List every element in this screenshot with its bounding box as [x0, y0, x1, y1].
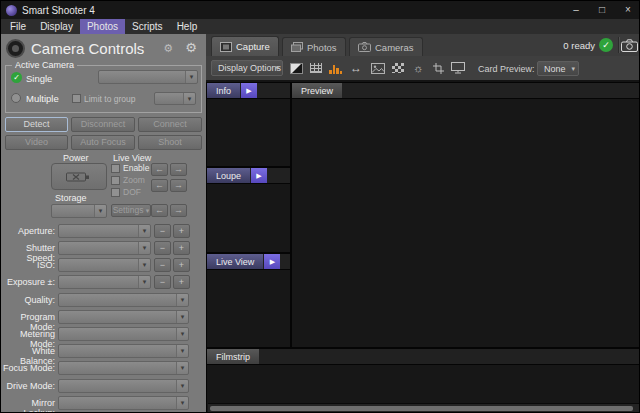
metering-mode-select[interactable]: ▾	[58, 327, 189, 341]
exposure-select[interactable]: ▾	[58, 275, 151, 289]
status-ok-icon: ✓	[599, 38, 613, 52]
chevron-down-icon: ▾	[146, 207, 150, 214]
fit-width-icon[interactable]: ↔	[347, 60, 365, 76]
focus-mode-label: Focus Mode:	[1, 363, 55, 373]
gear-icon[interactable]: ⚙	[163, 42, 173, 55]
increment-button[interactable]: +	[173, 224, 190, 238]
program-mode-select[interactable]: ▾	[58, 310, 189, 324]
loupe-panel: Loupe ▶	[206, 167, 291, 253]
auto-focus-button[interactable]: Auto Focus	[71, 135, 135, 150]
increment-button[interactable]: +	[173, 241, 190, 255]
chevron-down-icon: ▾	[185, 71, 197, 83]
left-arrow-button[interactable]: ←	[151, 163, 168, 176]
photos-tab-icon	[291, 42, 303, 52]
tab-capture[interactable]: Capture	[211, 36, 279, 56]
battery-status	[51, 163, 107, 190]
minimize-button[interactable]: –	[563, 1, 589, 19]
disconnect-button[interactable]: Disconnect	[71, 117, 135, 132]
filmstrip-scrollbar[interactable]	[208, 403, 639, 412]
play-icon[interactable]: ▶	[264, 254, 280, 269]
panel-title: Camera Controls	[31, 40, 144, 57]
decrement-button[interactable]: −	[154, 275, 171, 289]
multiple-radio-label[interactable]: Multiple	[26, 93, 59, 104]
grid-icon[interactable]	[307, 60, 325, 76]
decrement-button[interactable]: −	[154, 224, 171, 238]
crop-icon[interactable]	[429, 60, 447, 76]
filmstrip-panel-tab[interactable]: Filmstrip	[207, 349, 259, 364]
display-options-dropdown[interactable]: Display Options ▾	[211, 60, 283, 76]
info-panel-tab[interactable]: Info	[207, 83, 240, 98]
storage-select[interactable]: ▾	[51, 204, 107, 218]
menu-file[interactable]: File	[3, 19, 33, 34]
monitor-icon[interactable]	[449, 60, 467, 76]
connect-button[interactable]: Connect	[138, 117, 202, 132]
zoom-checkbox[interactable]	[111, 176, 120, 185]
right-arrow-button[interactable]: →	[170, 179, 187, 192]
play-icon[interactable]: ▶	[251, 168, 267, 183]
focus-mode-select[interactable]: ▾	[58, 361, 189, 375]
histogram-icon[interactable]	[327, 60, 345, 76]
right-arrow-button[interactable]: →	[170, 204, 187, 217]
chevron-down-icon: ▾	[94, 205, 106, 217]
close-button[interactable]: ×	[615, 1, 640, 19]
chevron-down-icon: ▾	[138, 259, 150, 271]
camera-icon[interactable]	[620, 38, 638, 52]
shoot-button[interactable]: Shoot	[138, 135, 202, 150]
menu-help[interactable]: Help	[170, 19, 205, 34]
group-select[interactable]: ▾	[154, 92, 196, 105]
single-selected-check-icon[interactable]: ✓	[11, 72, 22, 83]
aperture-select[interactable]: ▾	[58, 224, 151, 238]
enable-checkbox[interactable]	[111, 164, 120, 173]
settings-button[interactable]: Settings ▾	[111, 204, 151, 217]
drive-mode-select[interactable]: ▾	[58, 379, 189, 393]
multiple-radio[interactable]	[11, 93, 21, 103]
live-view-panel-tab[interactable]: Live View	[207, 254, 263, 269]
menu-scripts[interactable]: Scripts	[125, 19, 170, 34]
loupe-panel-tab[interactable]: Loupe	[207, 168, 250, 183]
card-preview-value: None	[544, 64, 566, 74]
card-preview-label: Card Preview:	[478, 64, 535, 74]
param-row: ISO: ▾ − +	[1, 258, 206, 274]
live-view-panel-header: Live View ▶	[207, 254, 290, 270]
aperture-label: Aperture:	[1, 226, 55, 236]
decrement-button[interactable]: −	[154, 258, 171, 272]
display-options-label: Display Options	[218, 63, 281, 73]
detect-button[interactable]: Detect	[5, 117, 68, 132]
tab-photos[interactable]: Photos	[282, 37, 346, 56]
decrement-button[interactable]: −	[154, 241, 171, 255]
checkerboard-icon[interactable]	[389, 60, 407, 76]
gear-icon[interactable]: ⚙	[185, 40, 197, 55]
single-camera-select[interactable]: ▾	[98, 70, 198, 84]
single-radio-label[interactable]: Single	[26, 73, 52, 84]
video-button[interactable]: Video	[5, 135, 68, 150]
mirror-lockup-select[interactable]: ▾	[58, 396, 189, 410]
increment-button[interactable]: +	[173, 275, 190, 289]
filmstrip-panel: Filmstrip	[206, 348, 640, 413]
param-row: White Balance: ▾	[1, 344, 206, 360]
right-arrow-button[interactable]: →	[170, 163, 187, 176]
card-preview-select[interactable]: None ▾	[537, 61, 579, 76]
left-arrow-button[interactable]: ←	[151, 204, 168, 217]
menu-photos[interactable]: Photos	[80, 19, 125, 34]
contrast-icon[interactable]	[287, 60, 305, 76]
left-arrow-button[interactable]: ←	[151, 179, 168, 192]
exposure-label: Exposure ±:	[1, 277, 55, 287]
preview-panel-tab[interactable]: Preview	[292, 83, 342, 98]
shutter-speed-select[interactable]: ▾	[58, 241, 151, 255]
dof-checkbox[interactable]	[111, 188, 120, 197]
menu-display[interactable]: Display	[33, 19, 80, 34]
limit-to-group-checkbox[interactable]	[72, 94, 81, 103]
white-balance-select[interactable]: ▾	[58, 344, 189, 358]
play-icon[interactable]: ▶	[241, 83, 257, 98]
maximize-button[interactable]: □	[589, 1, 615, 19]
chevron-down-icon: ▾	[138, 225, 150, 237]
brightness-icon[interactable]: ☼	[409, 60, 427, 76]
image-icon[interactable]	[369, 60, 387, 76]
iso-select[interactable]: ▾	[58, 258, 151, 272]
window-controls: – □ ×	[563, 1, 640, 19]
quality-select[interactable]: ▾	[58, 293, 189, 307]
filmstrip-scrollbar-thumb[interactable]	[210, 406, 633, 411]
live-view-zoom-row: Zoom	[111, 175, 145, 185]
increment-button[interactable]: +	[173, 258, 190, 272]
tab-cameras[interactable]: Cameras	[349, 37, 423, 56]
